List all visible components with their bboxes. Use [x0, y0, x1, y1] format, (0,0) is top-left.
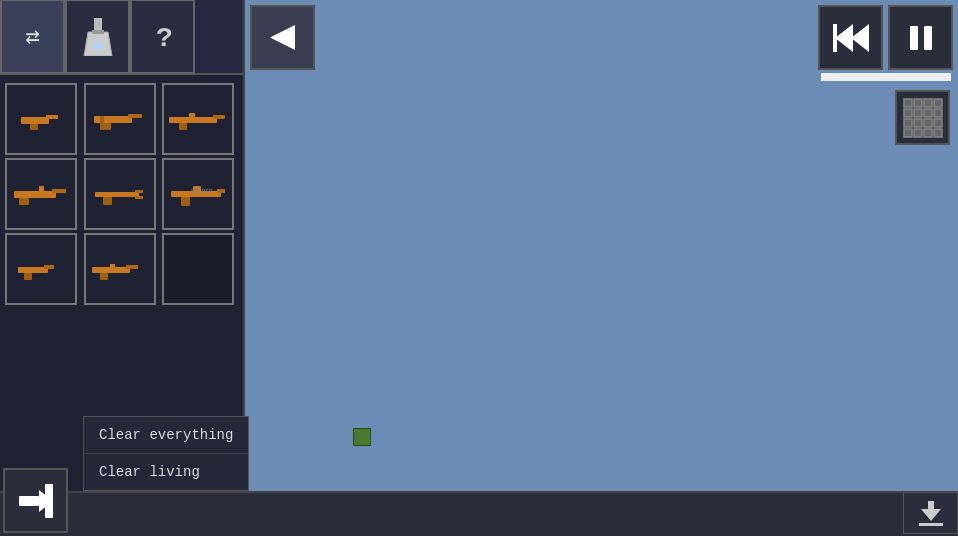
bottom-right-icon[interactable]: [903, 492, 958, 534]
sniper-icon: SNIPER: [171, 180, 226, 208]
svg-rect-5: [21, 117, 49, 124]
svg-rect-46: [904, 109, 912, 117]
progress-bar: [821, 73, 951, 81]
svg-rect-21: [135, 190, 143, 193]
weapon8-icon: [92, 257, 147, 282]
grid-icon: [902, 97, 944, 139]
svg-rect-15: [189, 113, 195, 118]
svg-rect-8: [94, 116, 132, 123]
item-cell-6[interactable]: SNIPER: [162, 158, 234, 230]
svg-text:?: ?: [156, 23, 173, 54]
svg-rect-31: [24, 273, 32, 280]
svg-rect-18: [19, 198, 29, 205]
svg-text:SNIPER: SNIPER: [191, 188, 213, 195]
svg-point-2: [92, 41, 104, 51]
help-icon: ?: [148, 20, 178, 54]
svg-marker-36: [270, 25, 295, 50]
pistol-icon: [16, 107, 66, 132]
svg-rect-29: [18, 267, 48, 273]
machine-gun-icon: [14, 182, 69, 207]
svg-rect-57: [934, 129, 942, 137]
svg-rect-6: [46, 115, 58, 119]
svg-marker-37: [851, 24, 869, 52]
svg-rect-11: [100, 116, 104, 130]
exit-button[interactable]: [3, 468, 68, 533]
svg-rect-17: [52, 189, 66, 193]
svg-rect-22: [135, 196, 143, 199]
grid-toggle-button[interactable]: [895, 90, 950, 145]
svg-rect-47: [914, 109, 922, 117]
svg-rect-13: [213, 115, 225, 119]
bottom-bar: [0, 491, 958, 536]
item-cell-4[interactable]: [5, 158, 77, 230]
svg-rect-9: [128, 114, 142, 118]
svg-rect-26: [181, 197, 190, 206]
pause-icon: [907, 24, 935, 52]
swap-button[interactable]: ⇄: [0, 0, 65, 74]
svg-rect-51: [914, 119, 922, 127]
svg-rect-20: [95, 192, 139, 197]
clear-everything-button[interactable]: Clear everything: [84, 417, 248, 454]
svg-rect-25: [217, 189, 225, 193]
item-cell-8[interactable]: [84, 233, 156, 305]
item-cell-3[interactable]: [162, 83, 234, 155]
exit-icon: [17, 482, 55, 520]
help-button[interactable]: ?: [130, 0, 195, 74]
back-button[interactable]: [250, 5, 315, 70]
svg-marker-38: [835, 24, 853, 52]
svg-rect-44: [924, 99, 932, 107]
svg-rect-34: [100, 273, 108, 280]
svg-rect-49: [934, 109, 942, 117]
svg-rect-0: [94, 18, 102, 32]
svg-rect-33: [126, 265, 138, 269]
swap-icon: ⇄: [25, 22, 39, 51]
svg-rect-3: [92, 30, 104, 34]
svg-rect-7: [30, 124, 38, 130]
rifle-icon: [169, 107, 227, 132]
svg-rect-41: [924, 26, 932, 50]
pause-button[interactable]: [888, 5, 953, 70]
item-cell-1[interactable]: [5, 83, 77, 155]
svg-rect-10: [104, 123, 111, 130]
svg-rect-45: [934, 99, 942, 107]
back-arrow-icon: [265, 20, 300, 55]
svg-rect-63: [919, 523, 943, 526]
toolbar: ⇄ ?: [0, 0, 243, 75]
play-controls: [818, 5, 953, 81]
download-icon: [917, 499, 945, 527]
svg-rect-55: [914, 129, 922, 137]
svg-rect-16: [14, 191, 56, 198]
svg-rect-39: [833, 24, 837, 52]
context-menu: Clear everything Clear living: [83, 416, 249, 491]
item-cell-5[interactable]: [84, 158, 156, 230]
svg-rect-14: [179, 123, 187, 130]
svg-rect-48: [924, 109, 932, 117]
svg-rect-30: [44, 265, 54, 269]
item-cell-7[interactable]: [5, 233, 77, 305]
svg-rect-19: [39, 186, 44, 192]
svg-rect-42: [904, 99, 912, 107]
svg-rect-43: [914, 99, 922, 107]
svg-rect-52: [924, 119, 932, 127]
svg-rect-62: [928, 501, 934, 511]
flask-button[interactable]: [65, 0, 130, 74]
svg-rect-35: [110, 264, 115, 269]
rewind-button[interactable]: [818, 5, 883, 70]
smg-icon: [92, 107, 147, 132]
svg-rect-60: [45, 484, 53, 518]
item-cell-2[interactable]: [84, 83, 156, 155]
shotgun-icon: [95, 182, 145, 207]
svg-rect-40: [910, 26, 918, 50]
svg-rect-54: [904, 129, 912, 137]
clear-living-button[interactable]: Clear living: [84, 454, 248, 490]
svg-rect-50: [904, 119, 912, 127]
green-block: [353, 428, 371, 446]
item-cell-9[interactable]: [162, 233, 234, 305]
svg-rect-53: [934, 119, 942, 127]
item-grid: SNIPER: [0, 75, 243, 310]
svg-rect-58: [19, 496, 39, 506]
top-right-controls: [818, 5, 953, 81]
svg-rect-56: [924, 129, 932, 137]
flask-icon: [82, 18, 114, 56]
rewind-icon: [833, 24, 869, 52]
